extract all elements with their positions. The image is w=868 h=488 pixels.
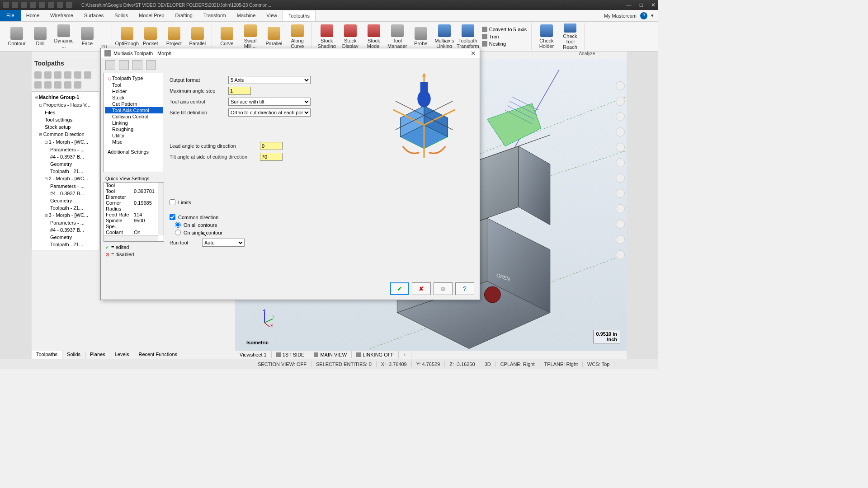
tab-solids[interactable]: Solids	[62, 351, 85, 359]
ribbon-stockshading[interactable]: Stock Shading	[316, 23, 338, 50]
view-tool-icon[interactable]	[616, 174, 625, 183]
view-tool-icon[interactable]	[616, 220, 625, 229]
tool-icon[interactable]	[44, 71, 52, 79]
lead-angle-input[interactable]	[260, 142, 283, 150]
menu-modelprep[interactable]: Model Prep	[133, 10, 170, 21]
tool-icon[interactable]	[64, 81, 71, 89]
file-menu[interactable]: File	[0, 10, 21, 21]
close-icon[interactable]: ✕	[651, 2, 656, 8]
ribbon-probe[interactable]: Probe	[410, 23, 432, 50]
view-tool-icon[interactable]	[616, 81, 625, 90]
scrollbar-vertical[interactable]	[158, 183, 164, 235]
status-cplane[interactable]: CPLANE: Right	[496, 361, 540, 367]
tool-icon[interactable]	[44, 81, 52, 89]
qat-icon[interactable]	[21, 2, 27, 8]
menu-view[interactable]: View	[261, 10, 283, 21]
viewsheet-linking[interactable]: LINKING OFF	[352, 351, 399, 358]
dialog-tree[interactable]: ◇Toolpath Type Tool Holder Stock Cut Pat…	[104, 73, 164, 172]
operations-tree[interactable]: ⊟Machine Group-1 ⊟Properties - Haas V...…	[32, 91, 99, 250]
view-tool-icon[interactable]	[616, 189, 625, 198]
tab-planes[interactable]: Planes	[85, 351, 110, 359]
view-tool-icon[interactable]	[616, 127, 625, 136]
tool-icon[interactable]	[54, 71, 61, 79]
view-tool-icon[interactable]	[616, 235, 625, 244]
ribbon-multilinking[interactable]: Multiaxis Linking	[433, 23, 456, 50]
ribbon-face[interactable]: Face	[76, 23, 99, 50]
help-icon[interactable]: ?	[640, 12, 647, 19]
ribbon-convert5axis[interactable]: Convert to 5-axis	[482, 27, 527, 32]
toolbar-save-icon[interactable]	[119, 60, 129, 70]
ribbon-pocket[interactable]: Pocket	[139, 23, 162, 50]
toolbar-icon[interactable]	[132, 60, 142, 70]
tilt-angle-input[interactable]	[260, 153, 283, 161]
max-angle-input[interactable]	[228, 87, 251, 95]
on-single-contour-radio[interactable]	[175, 230, 181, 235]
tool-icon[interactable]	[34, 81, 42, 89]
ribbon-checkholder[interactable]: Check Holder	[535, 23, 558, 50]
toolbar-icon[interactable]	[105, 60, 115, 70]
qat-redo-icon[interactable]	[66, 2, 72, 8]
viewsheet-main[interactable]: MAIN VIEW	[309, 351, 352, 358]
qat-icon[interactable]	[30, 2, 36, 8]
chevron-down-icon[interactable]: ▾	[651, 13, 654, 19]
qat-icon[interactable]	[12, 2, 18, 8]
minimize-icon[interactable]: ―	[626, 2, 632, 8]
status-wcs[interactable]: WCS: Top	[583, 361, 614, 367]
ribbon-toolmanager[interactable]: Tool Manager	[386, 23, 409, 50]
ribbon-swarf[interactable]: Swarf Milli...	[239, 23, 262, 50]
ribbon-alongcurve[interactable]: Along Curve	[286, 23, 309, 50]
user-label[interactable]: My Mastercam	[604, 13, 637, 19]
tool-icon[interactable]	[64, 71, 71, 79]
ribbon-nesting[interactable]: Nesting	[482, 41, 527, 47]
tab-levels[interactable]: Levels	[110, 351, 134, 359]
ribbon-trim[interactable]: Trim	[482, 34, 527, 39]
run-tool-select[interactable]: Auto	[202, 239, 245, 247]
ribbon-project[interactable]: Project	[163, 23, 185, 50]
qat-icon[interactable]	[48, 2, 54, 8]
ribbon-parallel-3d[interactable]: Parallel	[186, 23, 209, 50]
tool-icon[interactable]	[54, 81, 61, 89]
status-tplane[interactable]: TPLANE: Right	[539, 361, 583, 367]
limits-check[interactable]	[170, 199, 175, 205]
viewsheet-add[interactable]: +	[399, 351, 411, 358]
tool-icon[interactable]	[84, 71, 91, 79]
view-tool-icon[interactable]	[616, 204, 625, 213]
view-tool-icon[interactable]	[616, 112, 625, 121]
tab-toolpaths[interactable]: Toolpaths	[32, 351, 62, 359]
ribbon-checkreach[interactable]: Check Tool Reach	[559, 23, 581, 50]
apply-button[interactable]: ⊕	[434, 282, 453, 295]
tool-icon[interactable]	[74, 71, 81, 79]
ribbon-optirough[interactable]: OptiRough	[116, 23, 138, 50]
menu-drafting[interactable]: Drafting	[170, 10, 198, 21]
menu-surfaces[interactable]: Surfaces	[79, 10, 109, 21]
menu-transform[interactable]: Transform	[198, 10, 231, 21]
view-tool-icon[interactable]	[616, 143, 625, 152]
status-section[interactable]: SECTION VIEW: OFF	[253, 361, 311, 367]
side-tilt-select[interactable]: Ortho to cut direction at each position	[228, 108, 311, 117]
tool-icon[interactable]	[74, 81, 81, 89]
ribbon-stockdisplay[interactable]: Stock Display	[339, 23, 362, 50]
menu-home[interactable]: Home	[21, 10, 45, 21]
menu-wireframe[interactable]: Wireframe	[45, 10, 79, 21]
qat-icon[interactable]	[3, 2, 9, 8]
ribbon-contour[interactable]: Contour	[5, 23, 28, 50]
status-mode[interactable]: 3D	[480, 361, 496, 367]
qat-undo-icon[interactable]	[57, 2, 63, 8]
cancel-button[interactable]: ✘	[412, 282, 431, 295]
ribbon-tptransform[interactable]: Toolpath Transform	[457, 23, 479, 50]
ribbon-stockmodel[interactable]: Stock Model	[363, 23, 385, 50]
menu-toolpaths[interactable]: Toolpaths	[283, 10, 316, 21]
ribbon-dynamic[interactable]: Dynamic ...	[52, 23, 75, 50]
viewsheet-1st[interactable]: 1ST SIDE	[272, 351, 310, 358]
common-direction-check[interactable]	[170, 214, 175, 220]
toolbar-icon[interactable]	[146, 60, 156, 70]
viewsheet-1[interactable]: Viewsheet 1	[235, 351, 272, 358]
help-button[interactable]: ?	[455, 282, 474, 295]
menu-machine[interactable]: Machine	[231, 10, 261, 21]
scrollbar-horizontal[interactable]	[104, 235, 158, 241]
on-all-contours-radio[interactable]	[175, 222, 181, 228]
maximize-icon[interactable]: □	[640, 2, 643, 8]
tab-recent[interactable]: Recent Functions	[134, 351, 183, 359]
ribbon-drill[interactable]: Drill	[29, 23, 52, 50]
output-format-select[interactable]: 5 Axis	[228, 76, 311, 84]
